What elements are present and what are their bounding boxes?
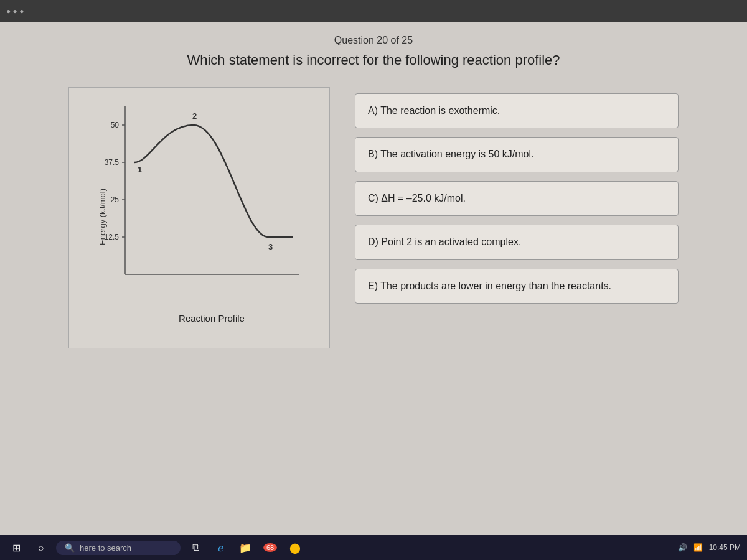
answer-option-c[interactable]: C) ΔH = –25.0 kJ/mol. <box>355 181 679 216</box>
taskbar: ⊞ ⌕ 🔍 here to search ⧉ ℯ 📁 68 ⬤ 🔊 📶 10:4… <box>0 535 747 560</box>
search-icon: 🔍 <box>65 543 75 553</box>
svg-text:50: 50 <box>111 121 120 129</box>
svg-text:1: 1 <box>138 165 142 174</box>
search-button[interactable]: ⌕ <box>31 538 51 558</box>
network-icon[interactable]: 📶 <box>693 543 703 552</box>
svg-text:37.5: 37.5 <box>105 158 120 167</box>
answer-option-e[interactable]: E) The products are lower in energy than… <box>355 269 679 304</box>
reaction-graph: 50 37.5 25 12.5 1 2 <box>100 94 312 306</box>
start-button[interactable]: ⊞ <box>6 538 26 558</box>
search-placeholder: here to search <box>80 543 131 553</box>
answer-option-b[interactable]: B) The activation energy is 50 kJ/mol. <box>355 137 679 172</box>
answer-option-d[interactable]: D) Point 2 is an activated complex. <box>355 225 679 259</box>
edge-icon[interactable]: ℯ <box>210 538 230 558</box>
svg-text:3: 3 <box>268 242 273 251</box>
main-content: Question 20 of 25 Which statement is inc… <box>0 22 747 560</box>
answer-option-a[interactable]: A) The reaction is exothermic. <box>355 93 679 128</box>
browser-bar: ● ● ● <box>0 0 747 22</box>
clock: 10:45 PM <box>709 543 741 552</box>
taskview-button[interactable]: ⧉ <box>186 538 205 558</box>
graph-container: Energy (kJ/mol) 50 37.5 25 12.5 <box>68 87 330 348</box>
volume-icon[interactable]: 🔊 <box>678 543 687 552</box>
answers-container: A) The reaction is exothermic. B) The ac… <box>355 93 679 304</box>
file-explorer-icon[interactable]: 📁 <box>235 538 255 558</box>
browser-tabs: ● ● ● <box>6 7 24 16</box>
svg-text:25: 25 <box>111 195 120 204</box>
question-counter: Question 20 of 25 <box>334 35 413 46</box>
graph-title: Reaction Profile <box>100 313 323 324</box>
notification-badge[interactable]: 68 <box>260 538 280 558</box>
question-text: Which statement is incorrect for the fol… <box>187 52 560 68</box>
content-row: Energy (kJ/mol) 50 37.5 25 12.5 <box>25 87 722 348</box>
system-tray: 🔊 📶 10:45 PM <box>678 543 741 552</box>
svg-text:2: 2 <box>192 111 197 121</box>
search-bar[interactable]: 🔍 here to search <box>56 541 181 555</box>
y-axis-label: Energy (kJ/mol) <box>98 189 107 245</box>
chrome-icon[interactable]: ⬤ <box>285 538 305 558</box>
